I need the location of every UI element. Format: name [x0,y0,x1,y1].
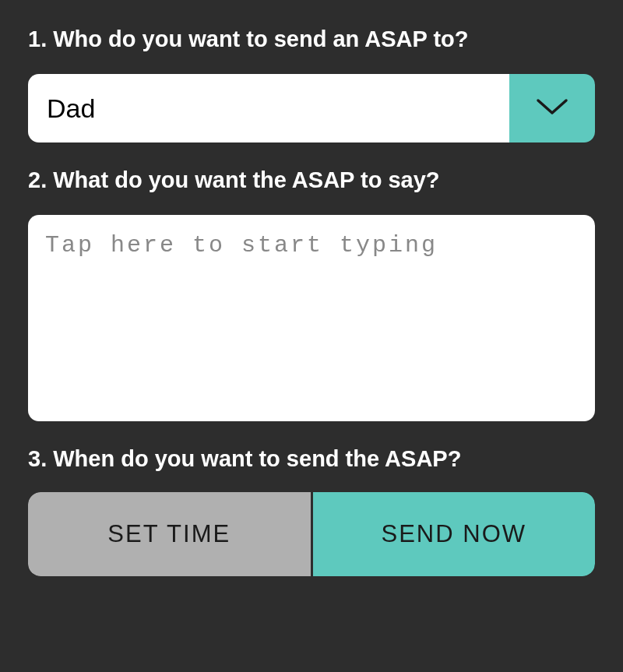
recipient-dropdown-toggle[interactable] [509,74,595,142]
timing-question-label: 3. When do you want to send the ASAP? [28,446,595,472]
recipient-dropdown[interactable]: Dad [28,74,595,142]
message-input[interactable] [45,232,578,404]
message-question-label: 2. What do you want the ASAP to say? [28,167,595,193]
message-textarea-container [28,215,595,421]
recipient-dropdown-value: Dad [28,74,509,142]
set-time-button[interactable]: SET TIME [28,492,311,576]
send-now-button[interactable]: SEND NOW [313,492,596,576]
chevron-down-icon [533,94,571,122]
recipient-question-label: 1. Who do you want to send an ASAP to? [28,26,595,52]
timing-button-row: SET TIME SEND NOW [28,492,595,576]
